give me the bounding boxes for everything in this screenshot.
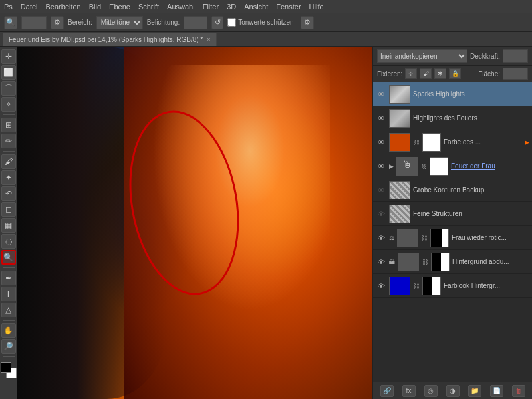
menu-fenster[interactable]: Fenster	[276, 3, 301, 11]
blend-mode-select[interactable]: Ineinanderkopieren	[377, 49, 467, 63]
bereich-select[interactable]: Mitteltöne	[96, 16, 143, 29]
layer-badge-farbe: ▶	[525, 139, 529, 146]
layer-group-button[interactable]: 📁	[468, 385, 481, 397]
layer-name-feine: Feine Strukturen	[413, 210, 529, 217]
menu-auswahl[interactable]: Auswahl	[167, 3, 195, 11]
eyedropper-tool[interactable]: ✏	[1, 134, 16, 148]
layer-eye-icon[interactable]: 👁	[376, 114, 386, 122]
menu-hilfe[interactable]: Hilfe	[309, 3, 324, 11]
layer-eye-icon[interactable]: 👁	[376, 162, 386, 170]
foreground-color-swatch[interactable]	[1, 362, 11, 373]
belichtung-input[interactable]: 62%	[184, 16, 207, 29]
left-toolbar: ✛ ⬜ ⌒ ✧ ⊞ ✏ 🖌 ✦ ↶ ◻ ▦ ◌ 🔍 ✒ T △ ✋ 🔎	[0, 47, 17, 399]
deckkraft-input[interactable]: 100%	[503, 49, 528, 63]
layer-mask-farblook	[422, 277, 441, 295]
menu-ps[interactable]: Ps	[4, 3, 13, 11]
blur-tool[interactable]: ◌	[1, 234, 16, 249]
lasso-tool[interactable]: ⌒	[1, 81, 16, 96]
blend-mode-row: Ineinanderkopieren Deckkraft: 100%	[373, 47, 532, 66]
fix-paint-icon[interactable]: 🖌	[420, 68, 432, 79]
canvas-image	[17, 47, 372, 399]
deckkraft-label: Deckkraft:	[470, 53, 500, 60]
layer-thumb-farblook	[389, 277, 410, 295]
move-tool[interactable]: ✛	[1, 49, 16, 64]
layer-adjustment-button[interactable]: ◑	[446, 385, 460, 397]
layer-eye-icon: 👁	[376, 186, 386, 194]
options-icon[interactable]: ⚙	[301, 16, 314, 29]
layer-eye-icon[interactable]: 👁	[376, 234, 386, 242]
crop-tool[interactable]: ⊞	[1, 118, 16, 132]
tonwerte-label: Tonwerte schützen	[238, 19, 293, 26]
layer-item-frau[interactable]: 👁 ⚖ ⛓ Frau wieder rötic...	[373, 226, 532, 250]
toolbar-top: 🔍 1071 ⚙ Bereich: Mitteltöne Belichtung:…	[0, 13, 532, 32]
layer-mask-button[interactable]: ◎	[424, 385, 438, 397]
menu-bild[interactable]: Bild	[89, 3, 101, 11]
layer-eye-icon[interactable]: 👁	[376, 90, 386, 98]
layer-name-grobe: Grobe Konturen Backup	[413, 186, 529, 194]
flaeche-label: Fläche:	[478, 70, 500, 78]
flaeche-input[interactable]: 100%	[503, 68, 528, 80]
layer-thumb-feuer: 🖱	[396, 157, 418, 176]
layer-item-farblook[interactable]: 👁 ⛓ Farblook Hintergr...	[373, 274, 532, 298]
fixieren-label: Fixieren:	[377, 70, 402, 78]
menu-bearbeiten[interactable]: Bearbeiten	[46, 3, 81, 11]
brush-tool[interactable]: 🖌	[1, 154, 16, 169]
eraser-tool[interactable]: ◻	[1, 202, 16, 217]
tool-options-icon[interactable]: ⚙	[51, 16, 64, 29]
menu-filter[interactable]: Filter	[203, 3, 219, 11]
color-swatches[interactable]	[1, 362, 17, 378]
layer-item-farbe[interactable]: 👁 ⛓ Farbe des ... ▶	[373, 130, 532, 154]
layer-eye-icon[interactable]: 👁	[376, 282, 386, 290]
hand-tool[interactable]: ✋	[1, 323, 16, 338]
layer-item-sparks-highlights[interactable]: 👁 Sparks Highlights	[373, 82, 532, 106]
canvas-area[interactable]	[17, 47, 372, 399]
shape-tool[interactable]: △	[1, 303, 16, 317]
menu-3d[interactable]: 3D	[227, 3, 236, 11]
gradient-tool[interactable]: ▦	[1, 218, 16, 233]
tool-icon[interactable]: 🔍	[4, 16, 17, 29]
layer-mask-farbe	[422, 133, 441, 152]
belichtung-reset-icon[interactable]: ↺	[211, 16, 223, 29]
tab-close-button[interactable]: ×	[207, 36, 210, 43]
layer-arrow-icon: ▶	[389, 163, 394, 170]
layer-balance-icon: ⚖	[389, 235, 394, 241]
layer-item-highlights-feuers[interactable]: 👁 Highlights des Feuers	[373, 106, 532, 130]
zoom-input[interactable]: 1071	[21, 16, 47, 29]
dodge-tool[interactable]: 🔍	[1, 250, 16, 265]
pen-tool[interactable]: ✒	[1, 271, 16, 285]
layer-link-button[interactable]: 🔗	[380, 385, 394, 397]
tonwerte-checkbox[interactable]	[227, 18, 236, 27]
layer-delete-button[interactable]: 🗑	[512, 385, 525, 397]
zoom-tool[interactable]: 🔎	[1, 339, 16, 354]
menu-datei[interactable]: Datei	[21, 3, 38, 11]
menu-schrift[interactable]: Schrift	[138, 3, 159, 11]
layer-item-grobe[interactable]: 👁 Grobe Konturen Backup	[373, 178, 532, 202]
layer-eye-icon[interactable]: 👁	[376, 258, 386, 266]
layer-item-feuer-frau[interactable]: 👁 ▶ 🖱 ⛓ Feuer der Frau	[373, 154, 532, 178]
fix-pos-icon[interactable]: ⊹	[405, 68, 417, 79]
menu-ansicht[interactable]: Ansicht	[244, 3, 268, 11]
stamp-tool[interactable]: ✦	[1, 170, 16, 185]
layer-mask-frau	[430, 229, 449, 247]
layer-item-hintergrund[interactable]: 👁 🏔 ⛓ Hintergrund abdu...	[373, 250, 532, 274]
layer-fx-button[interactable]: fx	[402, 385, 416, 397]
tool-separator-3	[3, 267, 15, 268]
tool-separator-4	[3, 320, 15, 321]
menu-ebene[interactable]: Ebene	[109, 3, 130, 11]
layer-thumb-farbe	[389, 133, 410, 152]
layer-name-farbe: Farbe des ...	[444, 138, 522, 146]
document-tab[interactable]: Feuer und Eis by MDI.psd bei 14,1% (Spar…	[3, 33, 217, 46]
history-tool[interactable]: ↶	[1, 186, 16, 201]
layer-new-button[interactable]: 📄	[490, 385, 503, 397]
fix-artboard-icon[interactable]: ✱	[434, 68, 446, 79]
layer-item-feine[interactable]: 👁 Feine Strukturen	[373, 202, 532, 226]
bereich-label: Bereich:	[68, 19, 92, 26]
selection-tool[interactable]: ⬜	[1, 65, 16, 80]
main-area: ✛ ⬜ ⌒ ✧ ⊞ ✏ 🖌 ✦ ↶ ◻ ▦ ◌ 🔍 ✒ T △ ✋ 🔎	[0, 47, 532, 399]
fix-all-icon[interactable]: 🔒	[449, 68, 461, 79]
wand-tool[interactable]: ✧	[1, 97, 16, 112]
text-tool[interactable]: T	[1, 287, 16, 301]
layer-eye-icon[interactable]: 👁	[376, 138, 386, 146]
layer-thumb-feine	[389, 205, 410, 223]
layer-eye-icon: 👁	[376, 210, 386, 218]
